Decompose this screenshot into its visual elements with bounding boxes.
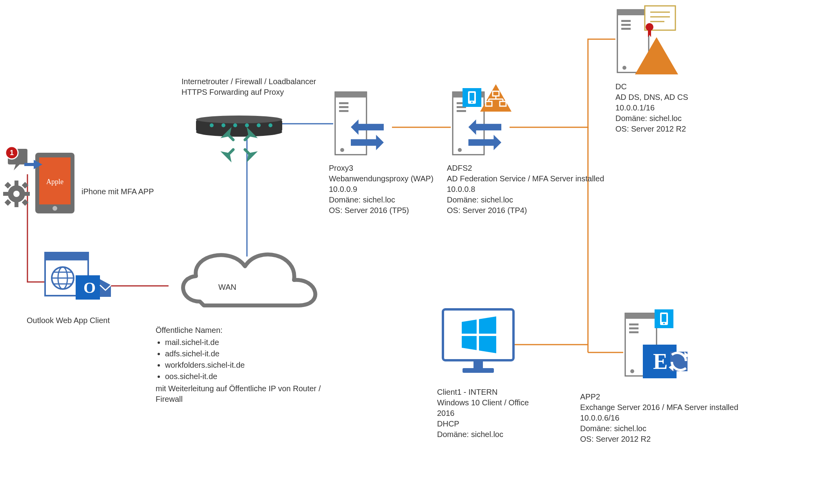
iphone-label: iPhone mit MFA APP [82,186,154,197]
svg-rect-21 [5,182,11,189]
app2-ip: 10.0.0.6/16 [580,413,784,423]
svg-rect-23 [5,199,11,206]
proxy-os: OS: Server 2016 (TP5) [329,205,434,216]
svg-rect-8 [39,157,71,204]
svg-marker-87 [479,316,496,334]
dc-ip: 10.0.0.1/16 [615,103,688,113]
network-diagram: Internetrouter / Firewall / Loadbalancer… [0,0,820,504]
svg-marker-45 [225,131,229,136]
svg-rect-36 [196,119,282,132]
proxy-ip: 10.0.0.9 [329,184,434,195]
svg-marker-86 [462,320,477,334]
svg-rect-66 [486,101,492,106]
client-ip: DHCP [437,419,535,429]
svg-marker-14 [34,160,42,169]
apple-text: Apple [46,178,63,186]
svg-point-16 [13,191,20,197]
svg-rect-83 [443,309,513,360]
wan-forwarding: mit Weiterleitung auf Öffentliche IP von… [156,383,332,405]
svg-rect-10 [8,149,27,164]
svg-point-12 [5,146,18,159]
svg-rect-78 [643,345,677,378]
svg-line-50 [245,150,251,155]
adfs-block: ADFS2 AD Federation Service / MFA Server… [447,163,604,216]
wan-name-3: oos.sichel-it.de [165,371,332,382]
adfs-domain: Domäne: sichel.loc [447,195,604,205]
svg-marker-47 [249,131,254,136]
client-name: Client1 - INTERN [437,387,535,397]
svg-marker-51 [249,154,254,158]
app2-name: APP2 [580,392,784,402]
svg-rect-26 [45,253,88,260]
proxy-name: Proxy3 [329,163,434,173]
svg-point-41 [245,123,249,127]
wan-names-heading: Öffentliche Namen: [156,325,332,336]
svg-marker-34 [100,279,111,297]
svg-marker-77 [635,37,678,74]
adfs-ip: 10.0.0.8 [447,184,604,195]
svg-rect-67 [500,101,506,106]
svg-rect-20 [24,192,30,196]
svg-point-40 [233,123,237,127]
app2-role: Exchange Server 2016 / MFA Server instal… [580,402,784,413]
proxy-domain: Domäne: sichel.loc [329,195,434,205]
svg-point-39 [221,123,225,127]
adfs-role: AD Federation Service / MFA Server insta… [447,173,604,184]
svg-point-15 [8,185,25,202]
client-monitor-icon [443,309,513,373]
svg-point-35 [196,127,282,137]
svg-rect-65 [493,91,499,96]
svg-line-44 [227,134,233,140]
app2-block: APP2 Exchange Server 2016 / MFA Server i… [580,392,784,444]
router-line1: Internetrouter / Firewall / Loadbalancer [181,76,316,87]
wan-details: Öffentliche Namen: mail.sichel-it.de adf… [156,325,332,405]
dc-domain: Domäne: sichel.loc [615,113,688,124]
svg-marker-89 [479,336,496,353]
app2-os: OS: Server 2012 R2 [580,434,784,444]
svg-line-48 [227,150,233,155]
svg-rect-84 [473,360,483,369]
svg-marker-49 [225,154,229,158]
svg-line-46 [245,134,251,140]
svg-rect-17 [15,181,18,186]
svg-rect-19 [3,192,9,196]
wan-name-0: mail.sichel-it.de [165,337,332,348]
wan-label: WAN [218,282,236,293]
svg-point-9 [53,206,57,211]
svg-point-76 [646,23,653,31]
svg-rect-24 [22,199,29,206]
svg-rect-80 [670,352,688,371]
adfs-os: OS: Server 2016 (TP4) [447,205,604,216]
proxy-role: Webanwendungsproxy (WAP) [329,173,434,184]
dc-name: DC [615,81,688,92]
svg-rect-85 [463,368,494,373]
svg-marker-82 [669,364,673,371]
svg-point-43 [268,123,272,127]
svg-rect-22 [22,182,29,189]
svg-marker-64 [480,84,512,112]
svg-text:O: O [83,279,96,296]
svg-marker-88 [462,336,477,350]
svg-point-38 [210,123,214,127]
adfs-arrows-icon [468,119,501,150]
dc-role: AD DS, DNS, AD CS [615,92,688,103]
svg-point-42 [257,123,261,127]
proxy-arrows-icon [351,119,384,150]
router-line2: HTTPS Forwarding auf Proxy [181,87,316,98]
client-role: Windows 10 Client / Office 2016 [437,397,535,419]
svg-marker-81 [684,352,689,359]
proxy-block: Proxy3 Webanwendungsproxy (WAP) 10.0.0.9… [329,163,434,216]
dc-block: DC AD DS, DNS, AD CS 10.0.0.1/16 Domäne:… [615,81,688,134]
client-block: Client1 - INTERN Windows 10 Client / Off… [437,387,535,440]
svg-marker-11 [14,164,20,170]
badge-count: 1 [10,149,14,157]
dc-os: OS: Server 2012 R2 [615,124,688,134]
wan-name-1: adfs.sichel-it.de [165,349,332,359]
svg-point-27 [52,267,74,289]
router-label: Internetrouter / Firewall / Loadbalancer… [181,76,316,98]
adfs-name: ADFS2 [447,163,604,173]
wan-name-2: workfolders.sichel-it.de [165,360,332,370]
svg-text:E: E [653,349,668,374]
svg-rect-7 [35,153,74,213]
svg-point-28 [58,267,67,289]
